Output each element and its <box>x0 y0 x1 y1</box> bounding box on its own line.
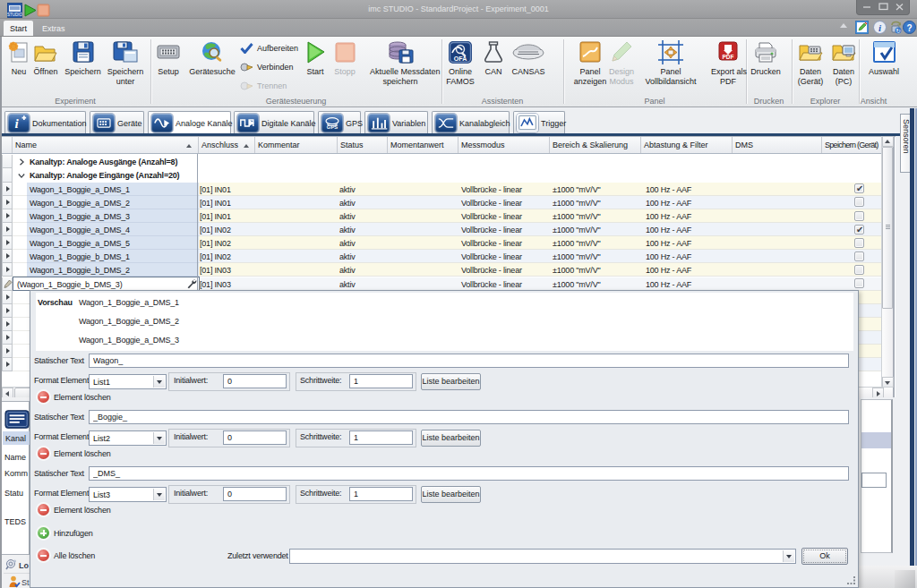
svg-text:GPS: GPS <box>327 125 338 131</box>
svg-text:OFA: OFA <box>454 55 467 62</box>
svg-text:↻: ↻ <box>896 28 900 34</box>
svg-text:PDF: PDF <box>723 54 734 60</box>
svg-text:i: i <box>15 115 20 131</box>
svg-text:?: ? <box>906 23 912 33</box>
